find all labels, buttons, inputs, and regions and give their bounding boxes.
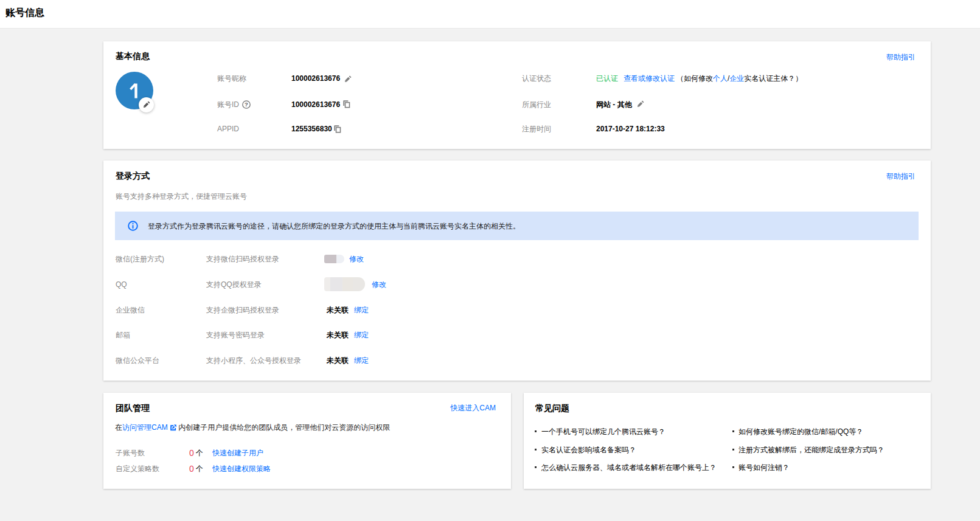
svg-text:?: ?: [245, 101, 248, 108]
